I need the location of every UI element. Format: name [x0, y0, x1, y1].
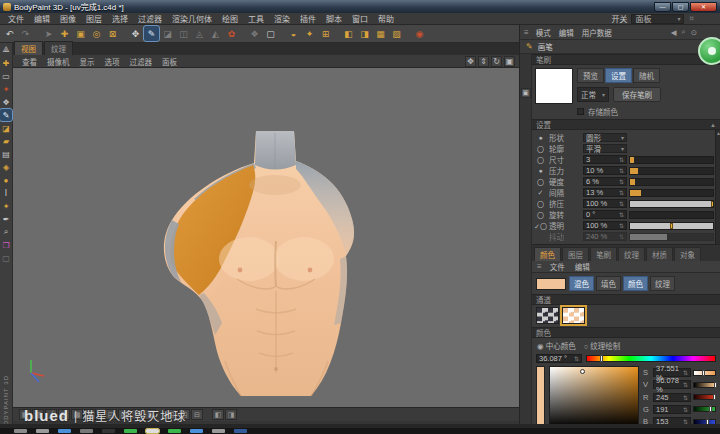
- flower-icon[interactable]: ✿: [224, 26, 239, 41]
- paintbrush-icon[interactable]: ✎: [0, 109, 12, 121]
- setting-slider[interactable]: [629, 189, 714, 197]
- setting-toggle-icon[interactable]: ✓: [534, 189, 547, 197]
- manager-tab[interactable]: 对象: [674, 247, 701, 261]
- pin-icon[interactable]: ⊙: [691, 28, 697, 37]
- current-color-swatch[interactable]: [536, 278, 566, 290]
- color-field-slider[interactable]: [693, 394, 716, 400]
- snap-icon[interactable]: ⊞: [318, 26, 333, 41]
- add-object-icon[interactable]: ✚: [57, 26, 72, 41]
- dock-window-icon[interactable]: ▣: [521, 88, 531, 98]
- uv-tool-icon[interactable]: ◨: [225, 409, 237, 420]
- back-icon[interactable]: ◀: [671, 28, 677, 37]
- setting-toggle-icon[interactable]: ●: [534, 134, 547, 141]
- radio-texture-paint[interactable]: ○ 纹理绘制: [584, 340, 621, 351]
- color-field-handle[interactable]: [709, 406, 712, 412]
- brush-tab[interactable]: 预览: [577, 68, 604, 83]
- wand-icon[interactable]: ✦: [302, 26, 317, 41]
- viewport-tab[interactable]: 纹理: [44, 41, 73, 55]
- taskbar-app-icon[interactable]: [102, 429, 115, 433]
- menu-item[interactable]: 窗口: [347, 13, 373, 24]
- marquee-icon[interactable]: ▭: [0, 70, 12, 82]
- menu-item[interactable]: 渲染: [269, 13, 295, 24]
- menu-item[interactable]: 选择: [107, 13, 133, 24]
- slider-handle[interactable]: [711, 201, 714, 207]
- taskbar-app-icon[interactable]: [146, 429, 159, 433]
- manager-tab[interactable]: 笔刷: [590, 247, 617, 261]
- roller-icon[interactable]: ▤: [0, 148, 12, 160]
- setting-toggle-icon[interactable]: 〇: [534, 144, 547, 154]
- target-icon[interactable]: ◉: [412, 26, 427, 41]
- hue-slider[interactable]: [586, 355, 716, 362]
- menu-item[interactable]: 文件: [3, 13, 29, 24]
- setting-slider[interactable]: [629, 211, 714, 219]
- saturation-value-square[interactable]: [549, 366, 639, 428]
- save-brush-button[interactable]: 保存笔刷: [613, 87, 661, 102]
- stepper-icon[interactable]: ⇅: [619, 222, 624, 229]
- menu-item[interactable]: 图像: [55, 13, 81, 24]
- smudge-icon[interactable]: ◬: [192, 26, 207, 41]
- stamp-icon[interactable]: ◪: [160, 26, 175, 41]
- color-menu-item[interactable]: 文件: [545, 261, 570, 272]
- taskbar-app-icon[interactable]: [80, 429, 93, 433]
- frame-icon[interactable]: ▢: [263, 26, 278, 41]
- manager-tab[interactable]: 图层: [562, 247, 589, 261]
- menu-item[interactable]: 图层: [81, 13, 107, 24]
- pointer-icon[interactable]: ➤: [41, 26, 56, 41]
- uv-tool-icon[interactable]: ⊟: [191, 409, 203, 420]
- manager-tab[interactable]: 纹理: [618, 247, 645, 261]
- uv-tool-icon[interactable]: ◧: [212, 409, 224, 420]
- setting-slider[interactable]: [629, 200, 714, 208]
- menu-item[interactable]: 渲染几何体: [167, 13, 217, 24]
- setting-slider[interactable]: [629, 233, 714, 241]
- menu-item[interactable]: 工具: [243, 13, 269, 24]
- mask-icon[interactable]: ▨: [389, 26, 404, 41]
- eyedropper-icon[interactable]: ✒: [0, 213, 12, 225]
- setting-value-field[interactable]: 10 % ⇅: [583, 166, 627, 175]
- stepper-icon[interactable]: ⇅: [619, 167, 624, 174]
- color-field-slider[interactable]: [693, 406, 716, 412]
- setting-dropdown[interactable]: 圆形 ▾: [583, 133, 627, 142]
- titlebar[interactable]: BodyPaint 3D - [uv完成1.c4d *] — ▢ ✕: [0, 0, 720, 13]
- color-mode-button[interactable]: 颜色: [623, 276, 648, 291]
- hue-value-field[interactable]: 36.087 ° ⇅: [536, 354, 582, 363]
- menu-item[interactable]: 绘图: [217, 13, 243, 24]
- viewport-menu-item[interactable]: 面板: [157, 56, 182, 67]
- blur-icon[interactable]: ◈: [0, 161, 12, 173]
- stepper-icon[interactable]: ⇅: [574, 355, 579, 362]
- undo-icon[interactable]: ↶: [2, 26, 17, 41]
- scroll-up-icon[interactable]: ▲: [710, 122, 716, 128]
- slider-handle[interactable]: [670, 223, 673, 229]
- color-field-handle[interactable]: [702, 370, 705, 376]
- pattern-fill-icon[interactable]: ▦: [373, 26, 388, 41]
- magnifier-icon[interactable]: ⌕: [682, 27, 686, 37]
- brush-tab[interactable]: 设置: [605, 68, 632, 83]
- color-field-slider[interactable]: [693, 382, 716, 388]
- stepper-icon[interactable]: ⇅: [683, 394, 688, 401]
- maximize-view-icon[interactable]: ▣: [504, 56, 515, 67]
- magnet-icon[interactable]: ◒: [286, 26, 301, 41]
- setting-slider[interactable]: [629, 167, 714, 175]
- setting-value-field[interactable]: 0 ° ⇅: [583, 210, 627, 219]
- channel-thumb-3d[interactable]: [536, 307, 559, 324]
- minimize-button[interactable]: —: [654, 2, 671, 12]
- close-button[interactable]: ✕: [690, 2, 717, 12]
- manager-tab[interactable]: 颜色: [534, 247, 561, 261]
- gradient-icon[interactable]: ◨: [357, 26, 372, 41]
- attribute-menu-item[interactable]: 编辑: [555, 27, 578, 38]
- menu-item[interactable]: 过滤器: [133, 13, 167, 24]
- rotate-view-icon[interactable]: ↻: [491, 56, 502, 67]
- settings-section-header[interactable]: 设置 ▲: [532, 119, 720, 130]
- setting-value-field[interactable]: 3 ⇅: [583, 155, 627, 164]
- setting-toggle-icon[interactable]: 〇: [534, 155, 547, 165]
- setting-value-field[interactable]: 240 % ⇅: [583, 232, 627, 241]
- sv-picker-handle[interactable]: [580, 369, 585, 374]
- taskbar-app-icon[interactable]: [14, 429, 27, 433]
- brush-tab[interactable]: 随机: [633, 68, 660, 83]
- menu-item[interactable]: 帮助: [373, 13, 399, 24]
- stepper-icon[interactable]: ⇅: [619, 178, 624, 185]
- taskbar-app-icon[interactable]: [234, 429, 247, 433]
- hue-slider-handle[interactable]: [600, 355, 603, 362]
- setting-toggle-icon[interactable]: 〇: [534, 210, 547, 220]
- brush-section-header[interactable]: 笔刷: [532, 54, 720, 65]
- store-color-checkbox[interactable]: [577, 108, 584, 115]
